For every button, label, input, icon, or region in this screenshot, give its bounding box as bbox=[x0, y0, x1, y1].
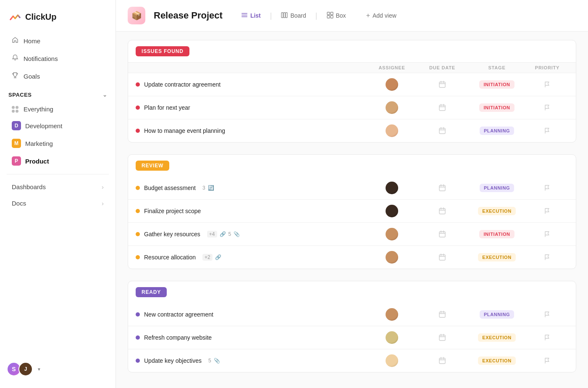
table-row[interactable]: Update contractor agreement INITIATION bbox=[128, 73, 576, 96]
sidebar-item-marketing[interactable]: M Marketing bbox=[3, 135, 112, 152]
logo-text: ClickUp bbox=[25, 12, 56, 22]
product-space-avatar: P bbox=[12, 156, 21, 166]
list-content: ISSUES FOUND ASSIGNEE DUE DATE STAGE PRI… bbox=[116, 32, 588, 388]
calendar-icon bbox=[438, 127, 446, 135]
section-badge-issues: ISSUES FOUND bbox=[136, 46, 189, 56]
stage-cell: INITIATION bbox=[467, 103, 526, 112]
table-row[interactable]: Plan for next year INITIATION bbox=[128, 96, 576, 119]
col-header-name bbox=[136, 65, 367, 70]
tab-box[interactable]: Box bbox=[321, 9, 352, 22]
assignee-cell bbox=[367, 308, 417, 321]
svg-rect-9 bbox=[331, 16, 333, 18]
due-date-cell bbox=[417, 104, 467, 111]
svg-rect-0 bbox=[242, 13, 247, 14]
section-review: REVIEW Budget assessment 3 🔄 PLANNING bbox=[128, 154, 576, 269]
svg-rect-7 bbox=[331, 12, 333, 15]
priority-cell bbox=[526, 231, 568, 238]
spaces-chevron-icon[interactable]: ⌄ bbox=[102, 92, 108, 98]
tab-separator-1: | bbox=[270, 11, 272, 20]
task-name-cell: New contractor agreement bbox=[136, 311, 367, 318]
sidebar-item-dashboards[interactable]: Dashboards › bbox=[3, 179, 112, 195]
svg-rect-3 bbox=[281, 13, 283, 18]
tab-board[interactable]: Board bbox=[275, 9, 312, 22]
task-name: Plan for next year bbox=[144, 104, 190, 111]
sidebar-item-product[interactable]: P Product bbox=[3, 153, 112, 169]
table-row[interactable]: Update key objectives 5 📎 EXECUTION bbox=[128, 349, 576, 372]
flag-icon bbox=[544, 104, 551, 111]
task-status-dot bbox=[136, 312, 140, 317]
assignee-cell bbox=[367, 124, 417, 137]
table-row[interactable]: Finalize project scope EXECUTION bbox=[128, 200, 576, 223]
task-status-dot bbox=[136, 359, 140, 363]
section-issues-header: ISSUES FOUND bbox=[128, 40, 576, 62]
calendar-icon bbox=[438, 104, 446, 111]
svg-rect-16 bbox=[439, 255, 445, 260]
task-name: How to manage event planning bbox=[144, 127, 225, 134]
priority-cell bbox=[526, 254, 568, 261]
section-issues-found: ISSUES FOUND ASSIGNEE DUE DATE STAGE PRI… bbox=[128, 40, 576, 143]
sidebar-item-notifications-label: Notifications bbox=[24, 55, 58, 62]
avatar bbox=[386, 124, 398, 137]
sidebar-item-dashboards-label: Dashboards bbox=[12, 183, 46, 190]
avatar bbox=[386, 354, 398, 367]
task-name: Refresh company website bbox=[144, 334, 212, 341]
svg-rect-14 bbox=[439, 209, 445, 214]
tab-separator-2: | bbox=[315, 11, 318, 20]
project-icon: 📦 bbox=[128, 7, 145, 24]
add-view-button[interactable]: + Add view bbox=[360, 9, 402, 22]
task-status-dot bbox=[136, 232, 140, 236]
flag-icon bbox=[544, 254, 551, 261]
table-row[interactable]: Gather key resources +4 🔗 5 📎 INITIATION bbox=[128, 223, 576, 246]
marketing-space-avatar: M bbox=[12, 139, 21, 148]
table-row[interactable]: How to manage event planning PLANNING bbox=[128, 119, 576, 142]
spaces-section-header: Spaces ⌄ bbox=[0, 85, 116, 101]
avatar bbox=[386, 251, 398, 264]
section-review-header: REVIEW bbox=[128, 155, 576, 177]
sidebar-item-docs-label: Docs bbox=[12, 200, 26, 207]
stage-cell: EXECUTION bbox=[467, 253, 526, 261]
task-status-dot bbox=[136, 209, 140, 213]
task-name: New contractor agreement bbox=[144, 311, 213, 318]
sidebar-item-development[interactable]: D Development bbox=[3, 117, 112, 134]
calendar-icon bbox=[438, 253, 446, 261]
user-dropdown-caret[interactable]: ▼ bbox=[37, 367, 41, 372]
task-status-dot bbox=[136, 335, 140, 340]
user-avatars[interactable]: S J bbox=[7, 362, 33, 376]
dashboards-chevron-icon: › bbox=[102, 183, 104, 190]
avatar bbox=[386, 101, 398, 114]
sidebar-item-notifications[interactable]: Notifications bbox=[3, 50, 112, 67]
sidebar-item-goals[interactable]: Goals bbox=[3, 68, 112, 84]
section-ready-header: READY bbox=[128, 281, 576, 303]
priority-cell bbox=[526, 208, 568, 214]
avatar bbox=[386, 228, 398, 240]
sidebar-item-everything[interactable]: Everything bbox=[3, 102, 112, 116]
flag-icon bbox=[544, 208, 551, 214]
flag-icon bbox=[544, 127, 551, 134]
table-row[interactable]: Refresh company website EXECUTION bbox=[128, 326, 576, 349]
task-name-cell: Gather key resources +4 🔗 5 📎 bbox=[136, 231, 367, 238]
assignee-cell bbox=[367, 78, 417, 91]
assignee-cell bbox=[367, 101, 417, 114]
sidebar-item-docs[interactable]: Docs › bbox=[3, 195, 112, 211]
table-row[interactable]: Budget assessment 3 🔄 PLANNING bbox=[128, 177, 576, 200]
avatar-user2: J bbox=[18, 362, 33, 376]
sidebar-item-home[interactable]: Home bbox=[3, 32, 112, 49]
stage-badge: PLANNING bbox=[480, 184, 514, 192]
task-name-cell: Update key objectives 5 📎 bbox=[136, 357, 367, 364]
table-row[interactable]: New contractor agreement PLANNING bbox=[128, 303, 576, 326]
tab-list[interactable]: List bbox=[235, 9, 267, 22]
table-row[interactable]: Resource allocation +2 🔗 EXECUTION bbox=[128, 246, 576, 269]
task-extra-count: +2 bbox=[202, 254, 213, 261]
due-date-cell bbox=[417, 253, 467, 261]
flag-icon bbox=[544, 334, 551, 341]
sidebar-item-development-label: Development bbox=[25, 122, 62, 129]
spaces-label: Spaces bbox=[8, 92, 32, 98]
task-name-cell: Finalize project scope bbox=[136, 208, 367, 214]
box-tab-icon bbox=[327, 12, 333, 20]
project-title: Release Project bbox=[154, 10, 223, 21]
stage-badge: INITIATION bbox=[479, 80, 514, 89]
board-tab-icon bbox=[281, 12, 288, 20]
flag-icon bbox=[544, 231, 551, 238]
assignee-cell bbox=[367, 182, 417, 194]
docs-chevron-icon: › bbox=[102, 200, 104, 207]
